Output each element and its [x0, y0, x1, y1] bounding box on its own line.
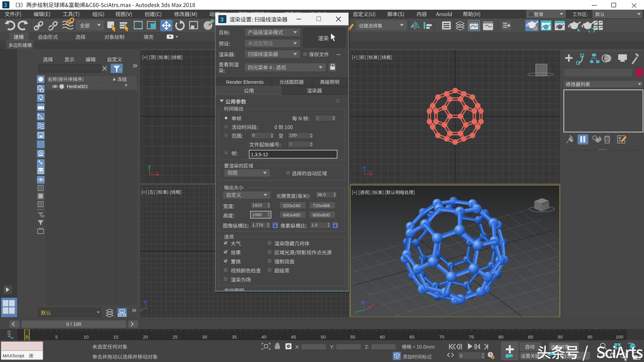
svg-text:Y:: Y: [330, 344, 334, 350]
svg-text:15: 15 [113, 335, 118, 340]
svg-text:60: 60 [380, 335, 385, 340]
svg-text:x: x [369, 170, 371, 174]
svg-text:640x480: 640x480 [283, 213, 301, 218]
svg-text:55: 55 [350, 335, 355, 340]
svg-text:40: 40 [261, 335, 266, 340]
svg-text:0: 0 [252, 133, 255, 138]
svg-text:y: y [140, 308, 142, 312]
svg-text:MAXScript: MAXScript [3, 353, 24, 358]
svg-text:320x240: 320x240 [283, 203, 301, 208]
svg-text:1080: 1080 [252, 212, 262, 217]
svg-text:0: 0 [289, 141, 292, 146]
svg-text:720x486: 720x486 [313, 203, 330, 208]
svg-text:36.0: 36.0 [317, 192, 326, 197]
svg-text:1.778: 1.778 [252, 223, 263, 228]
svg-text:x: x [372, 302, 374, 307]
svg-text:65: 65 [410, 335, 415, 340]
svg-text:1: 1 [316, 115, 319, 120]
svg-text:25: 25 [172, 335, 177, 340]
svg-text:...: ... [336, 50, 341, 56]
svg-text:Hedra001: Hedra001 [67, 84, 88, 89]
svg-text:20: 20 [143, 335, 148, 340]
svg-text:30: 30 [202, 335, 207, 340]
svg-text:0: 0 [460, 353, 463, 358]
svg-text:45: 45 [291, 335, 296, 340]
svg-text:X:: X: [295, 344, 300, 350]
svg-text:Z:: Z: [365, 344, 369, 350]
svg-text:800x600: 800x600 [313, 213, 330, 218]
svg-text:z: z [362, 166, 364, 170]
svg-text:z: z [144, 300, 146, 304]
svg-text:80: 80 [498, 335, 503, 340]
svg-text:50: 50 [321, 335, 326, 340]
svg-text:1,3,5-12: 1,3,5-12 [251, 152, 268, 157]
svg-text:70: 70 [439, 335, 444, 340]
svg-text:5: 5 [55, 335, 58, 340]
svg-text:1.0: 1.0 [311, 223, 317, 228]
svg-text:x: x [156, 170, 158, 174]
svg-text:10: 10 [84, 335, 89, 340]
svg-text:z: z [361, 300, 363, 304]
svg-text:100: 100 [616, 335, 624, 340]
svg-text:100: 100 [289, 133, 297, 138]
svg-text:0 / 100: 0 / 100 [66, 321, 81, 327]
svg-text:0: 0 [26, 335, 29, 340]
svg-text:35: 35 [232, 335, 237, 340]
svg-text:90: 90 [558, 335, 563, 340]
svg-text:y: y [355, 310, 357, 314]
svg-text:85: 85 [528, 335, 533, 340]
svg-text:75: 75 [469, 335, 474, 340]
svg-text:3: 3 [4, 2, 7, 8]
svg-text:y: y [148, 166, 150, 170]
svg-text:3: 3 [220, 16, 223, 23]
svg-text:Render Elements: Render Elements [226, 79, 264, 85]
svg-text:1920: 1920 [252, 203, 262, 208]
svg-text:95: 95 [587, 335, 592, 340]
